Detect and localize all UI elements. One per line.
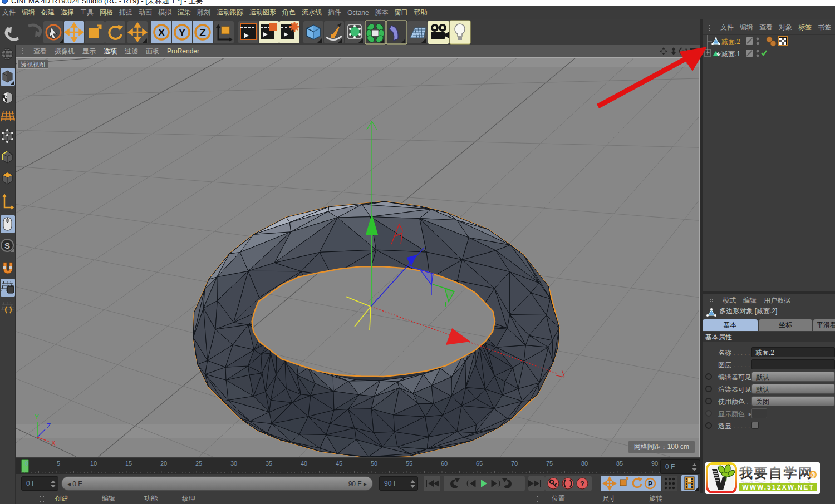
svg-text:Z: Z — [199, 27, 206, 38]
svg-text:Y: Y — [35, 413, 39, 421]
svg-text:X: X — [158, 27, 165, 38]
svg-text:Z: Z — [47, 422, 51, 430]
svg-text:我要自学网: 我要自学网 — [739, 465, 812, 480]
svg-text:@: @ — [810, 472, 816, 478]
svg-text:Y: Y — [179, 27, 186, 38]
svg-text:?: ? — [580, 480, 584, 488]
svg-text:P: P — [648, 480, 652, 488]
svg-text:X: X — [51, 439, 56, 447]
svg-text:减面.2: 减面.2 — [721, 38, 740, 46]
svg-text:WWW.51ZXW.NET: WWW.51ZXW.NET — [742, 483, 814, 491]
svg-text:减面.1: 减面.1 — [721, 50, 740, 58]
svg-text:S: S — [4, 241, 10, 250]
